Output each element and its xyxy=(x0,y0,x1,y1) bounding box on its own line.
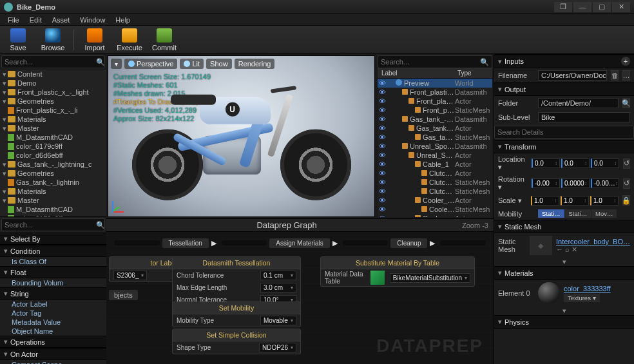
details-search[interactable] xyxy=(494,126,634,139)
param-field[interactable]: Movable xyxy=(260,316,296,325)
visibility-icon[interactable]: 👁 xyxy=(379,142,387,151)
browse-button[interactable]: Browse xyxy=(39,28,67,52)
vector-field[interactable]: 1.0 xyxy=(531,196,559,206)
material-asset[interactable]: color_333333ff xyxy=(564,285,630,292)
visibility-icon[interactable]: 👁 xyxy=(379,151,387,160)
step-cleanup[interactable]: Cleanup xyxy=(390,238,427,248)
outliner-row[interactable]: 👁Cable_1Actor xyxy=(378,160,492,169)
outliner-row[interactable]: 👁Front_plastic_xActor xyxy=(378,97,492,106)
outliner-row[interactable]: 👁Gas_tank_-StaticMesh xyxy=(378,133,492,142)
selectby-section[interactable]: ▾Select By xyxy=(0,233,106,245)
visibility-icon[interactable]: 👁 xyxy=(379,160,387,169)
outliner-row[interactable]: 👁PreviewWorld xyxy=(378,79,492,88)
expand-toggle[interactable]: ▾ xyxy=(1,160,8,169)
vector-field[interactable]: 0.0 xyxy=(591,158,619,168)
outliner-row[interactable]: 👁Clutch_cStaticMesh xyxy=(378,178,492,187)
content-search[interactable]: 🔍 xyxy=(1,55,105,68)
outliner-row[interactable]: 👁Front_plastic_x_-_Datasmith xyxy=(378,88,492,97)
menu-help[interactable]: Help xyxy=(110,16,135,24)
set-collision-node[interactable]: Set Simple Collision Shape TypeNDOP26 xyxy=(172,329,301,354)
step-tessellation[interactable]: Tessellation xyxy=(162,238,209,248)
browse-folder-button[interactable]: 🔍 xyxy=(622,98,630,108)
selectby-item[interactable]: Compact Scene xyxy=(0,360,106,364)
menu-window[interactable]: Window xyxy=(75,16,110,24)
tree-row[interactable]: M_DatasmithCAD xyxy=(0,133,106,142)
visibility-icon[interactable]: 👁 xyxy=(379,124,387,133)
param-field[interactable]: 0.1 cm xyxy=(260,271,296,280)
expand-toggle[interactable]: ▾ xyxy=(1,88,8,97)
play-icon[interactable]: ▶ xyxy=(332,239,338,247)
vector-field[interactable]: 0.0000 xyxy=(561,178,590,188)
substitute-material-node[interactable]: Substitute Material By Table Material Da… xyxy=(320,256,475,287)
selectby-item[interactable]: Object Name xyxy=(0,327,106,336)
viewport-menu-button[interactable]: ▾ xyxy=(111,59,122,69)
outliner-row[interactable]: 👁Gas_tank_-_lightnDatasmith xyxy=(378,115,492,124)
play-icon[interactable]: ▶ xyxy=(211,239,216,247)
visibility-icon[interactable]: 👁 xyxy=(379,133,387,142)
outliner-row[interactable]: 👁Cooler_inStaticMesh xyxy=(378,205,492,214)
dataprep-canvas[interactable]: DATAPREP Tessellation▶Assign Materials▶C… xyxy=(106,232,494,364)
selectby-section[interactable]: ▾Float xyxy=(0,266,106,278)
selectby-section[interactable]: ▾String xyxy=(0,287,106,300)
outliner-search-input[interactable] xyxy=(381,58,477,66)
expand-toggle[interactable]: ▾ xyxy=(1,196,8,205)
tree-row[interactable]: color_d6d6ebff xyxy=(0,151,106,160)
content-tree[interactable]: ▾Content▾Demo▾Front_plastic_x_-_light▾Ge… xyxy=(0,70,106,216)
expand-toggle[interactable]: ▾ xyxy=(1,124,8,133)
vector-field[interactable]: -0.00… xyxy=(591,178,619,188)
expand-toggle[interactable]: ▾ xyxy=(1,97,8,106)
static-mesh-asset[interactable]: Intercooler_body_BO… xyxy=(556,238,630,245)
outliner-row[interactable]: 👁Clutch_cabActor xyxy=(378,169,492,178)
add-input-button[interactable]: + xyxy=(621,57,630,66)
transform-section[interactable]: Transform xyxy=(504,143,630,151)
column-label[interactable]: Label xyxy=(378,70,454,77)
mesh-thumbnail[interactable]: ◆ xyxy=(530,236,552,255)
visibility-icon[interactable]: 👁 xyxy=(379,115,387,124)
selectby-item[interactable]: Actor Tag xyxy=(0,309,106,318)
visibility-icon[interactable]: 👁 xyxy=(379,106,387,115)
maximize-button[interactable]: ▢ xyxy=(593,2,611,12)
outliner-row[interactable]: 👁Unreal_SportbikActor xyxy=(378,151,492,160)
param-field[interactable]: 3.0 cm xyxy=(260,283,296,292)
outliner-row[interactable]: 👁Gas_tank_-_liActor xyxy=(378,124,492,133)
visibility-icon[interactable]: 👁 xyxy=(379,169,387,178)
close-button[interactable]: ✕ xyxy=(612,2,630,12)
selectby-item[interactable]: Actor Label xyxy=(0,300,106,309)
visibility-icon[interactable]: 👁 xyxy=(379,178,387,187)
tree-row[interactable]: ▾Master xyxy=(0,196,106,205)
menu-file[interactable]: File xyxy=(3,16,24,24)
step-assign-materials[interactable]: Assign Materials xyxy=(269,238,329,248)
tree-row[interactable]: ▾Materials xyxy=(0,187,106,196)
static-mesh-section[interactable]: Static Mesh xyxy=(504,223,630,231)
sublevel-field[interactable]: Bike xyxy=(538,112,630,122)
details-search-input[interactable] xyxy=(497,128,631,136)
materials-section[interactable]: Materials xyxy=(504,269,630,277)
outliner-row[interactable]: 👁Clutch_cStaticMesh xyxy=(378,187,492,196)
content-search-input[interactable] xyxy=(5,58,93,66)
output-section[interactable]: Output xyxy=(504,86,630,93)
lock-scale-button[interactable]: 🔒 xyxy=(622,195,630,206)
browse-filename-button[interactable]: … xyxy=(622,70,630,81)
vector-field[interactable]: 1.0 xyxy=(590,196,619,206)
mobility-option[interactable]: Stati… xyxy=(565,209,591,218)
expand-down-icon[interactable]: ▾ xyxy=(494,307,634,315)
column-type[interactable]: Type xyxy=(454,70,492,77)
visibility-icon[interactable]: 👁 xyxy=(379,79,387,88)
viewport[interactable]: ▾ Perspective Lit Show Rendering Current… xyxy=(108,55,375,217)
tree-row[interactable]: Front_plastic_x_-_li xyxy=(0,106,106,115)
visibility-icon[interactable]: 👁 xyxy=(379,205,387,214)
expand-toggle[interactable]: ▾ xyxy=(1,187,8,196)
outliner-row[interactable]: 👁Unreal_SportbikeDatasmith xyxy=(378,142,492,151)
tree-row[interactable]: M_DatasmithCAD xyxy=(0,205,106,214)
menu-edit[interactable]: Edit xyxy=(24,16,47,24)
tree-row[interactable]: color_6179c9ff xyxy=(0,142,106,151)
selectby-item[interactable]: Is Class Of xyxy=(0,257,106,266)
play-icon[interactable]: ▶ xyxy=(430,239,435,247)
selectby-section[interactable]: ▾Operations xyxy=(0,336,106,348)
outliner-row[interactable]: 👁Cooler_injeActor xyxy=(378,214,492,217)
param-field[interactable]: NDOP26 xyxy=(259,343,296,352)
selectby-search-input[interactable] xyxy=(5,221,93,229)
visibility-icon[interactable]: 👁 xyxy=(379,97,387,106)
reset-rotation-button[interactable]: ↺ xyxy=(623,178,630,189)
import-button[interactable]: Import xyxy=(81,28,109,52)
